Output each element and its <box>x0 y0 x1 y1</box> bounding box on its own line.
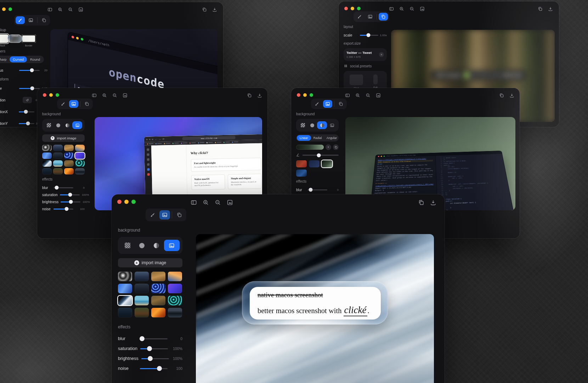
bookmark-item[interactable] <box>215 142 221 143</box>
tab-gradient[interactable] <box>149 240 163 251</box>
bookmark-item[interactable] <box>232 141 238 143</box>
wallpaper-thumb-autumn[interactable] <box>151 296 165 305</box>
wallpaper-thumb-night[interactable] <box>53 145 63 151</box>
minimize-button[interactable] <box>49 93 53 97</box>
zoom-in-icon[interactable] <box>101 92 107 98</box>
image-tool-icon[interactable] <box>323 100 332 108</box>
wallpaper-thumb-beach[interactable] <box>135 296 149 305</box>
tab-solid-color[interactable] <box>308 121 316 129</box>
zoom-button[interactable] <box>56 93 59 97</box>
image-tool-icon[interactable] <box>69 100 78 108</box>
wallpaper-thumb-darkland[interactable] <box>135 284 149 293</box>
export-frame-icon[interactable] <box>419 6 425 12</box>
zoom-button[interactable] <box>131 200 136 204</box>
preset-full[interactable]: Full <box>366 74 385 89</box>
wallpaper-thumb-poppy[interactable] <box>151 308 165 317</box>
copy-icon[interactable] <box>537 6 543 12</box>
terminal-zoom-button[interactable] <box>81 38 83 41</box>
export-frame-icon[interactable] <box>78 6 84 12</box>
sidebar-toggle-icon[interactable] <box>47 6 53 12</box>
tab-image[interactable] <box>164 240 180 251</box>
image-tool-icon[interactable] <box>159 210 170 220</box>
wallpaper-thumb-forest[interactable] <box>53 168 63 174</box>
minimize-button[interactable] <box>303 93 307 97</box>
back-icon[interactable]: ← <box>155 138 157 140</box>
tab-solid-color[interactable] <box>54 121 62 129</box>
brush-tool-icon[interactable] <box>355 13 364 21</box>
radius-slider[interactable] <box>19 70 40 71</box>
saturation-slider[interactable] <box>140 348 168 349</box>
wallpaper-thumb-smoke[interactable] <box>42 145 52 151</box>
wallpaper-thumb-water[interactable] <box>118 308 132 317</box>
wallpaper-thumb-airblue[interactable] <box>64 152 74 159</box>
bookmark-item[interactable] <box>164 143 170 144</box>
zoom-out-icon[interactable] <box>409 6 415 12</box>
copy-tool-icon[interactable] <box>379 13 388 21</box>
url-bar[interactable]: www.clické.com <box>182 136 236 140</box>
blur-slider[interactable] <box>140 338 168 339</box>
wallpaper-thumb-darkland[interactable] <box>53 152 63 159</box>
reload-icon[interactable]: ⟳ <box>163 138 165 140</box>
export-frame-icon[interactable] <box>122 92 128 98</box>
sidebar-toggle-icon[interactable] <box>190 199 197 206</box>
wallpaper-thumb-water[interactable] <box>42 168 52 174</box>
tab-solid-color[interactable] <box>135 240 149 251</box>
export-scale-slider[interactable] <box>360 35 378 36</box>
rotation-x-slider[interactable] <box>19 111 34 112</box>
copy-tool-icon[interactable] <box>174 210 185 220</box>
tab-gradient[interactable] <box>63 121 72 129</box>
terminal-close-button[interactable] <box>72 35 74 39</box>
bookmark-item[interactable] <box>198 142 204 143</box>
zoom-out-icon[interactable] <box>365 92 371 98</box>
gradient-preview-bar[interactable] <box>296 145 324 150</box>
noise-slider[interactable] <box>53 209 73 210</box>
wallpaper-thumb-beach[interactable] <box>53 160 63 167</box>
minimize-button[interactable] <box>124 200 129 204</box>
bookmark-item[interactable] <box>181 143 187 144</box>
tab-image[interactable] <box>328 121 336 129</box>
gradient-angular[interactable]: Angular <box>324 135 339 141</box>
wallpaper-thumb-airblue[interactable] <box>151 284 165 293</box>
corner-round[interactable]: Round <box>27 56 43 62</box>
download-icon[interactable] <box>256 92 262 98</box>
close-button[interactable] <box>117 200 121 204</box>
close-button[interactable] <box>43 93 46 97</box>
tab-transparent[interactable] <box>299 121 307 129</box>
bookmark-item[interactable] <box>207 142 213 143</box>
wallpaper-thumb-desert[interactable] <box>151 272 165 281</box>
wallpaper-thumb-violet[interactable] <box>168 284 182 293</box>
wallpaper-thumb-forest[interactable] <box>135 308 149 317</box>
tab-image[interactable] <box>72 121 82 129</box>
copy-tool-icon[interactable] <box>82 100 91 108</box>
gradient-angle-slider[interactable] <box>303 155 339 156</box>
zoom-button[interactable] <box>357 7 361 10</box>
gradient-linear[interactable]: Linear <box>297 135 311 141</box>
brush-tool-icon[interactable] <box>16 16 25 24</box>
bookmark-item[interactable] <box>224 141 230 143</box>
download-icon[interactable] <box>211 6 217 12</box>
wallpaper-thumb-knit[interactable] <box>168 296 182 305</box>
saturation-slider[interactable] <box>60 194 80 195</box>
zoom-in-icon[interactable] <box>355 92 361 98</box>
wallpaper-thumb-wave[interactable] <box>42 152 52 159</box>
copy-icon[interactable] <box>418 199 425 206</box>
minimize-button[interactable] <box>351 7 354 10</box>
brightness-slider[interactable] <box>141 358 169 359</box>
wallpaper-thumb-knit[interactable] <box>75 160 85 167</box>
close-button[interactable] <box>344 7 348 10</box>
swatch-sage[interactable] <box>322 160 332 167</box>
wallpaper-thumb-poppy[interactable] <box>64 168 74 174</box>
zoom-in-icon[interactable] <box>202 199 209 206</box>
swatch-navy[interactable] <box>309 160 320 167</box>
wallpaper-thumb-sunset[interactable] <box>75 145 85 151</box>
bookmark-item[interactable] <box>147 143 153 144</box>
image-tool-icon[interactable] <box>26 16 35 24</box>
swatch-ocean[interactable] <box>296 170 307 177</box>
sidebar-toggle-icon[interactable] <box>91 92 97 98</box>
blur-slider[interactable] <box>53 187 73 188</box>
wallpaper-thumb-smoke[interactable] <box>118 272 132 281</box>
copy-icon[interactable] <box>201 6 207 12</box>
active-preset-card[interactable]: Twitter — Tweet 1 200 × 675 × <box>344 48 387 61</box>
wallpaper-thumb-violet[interactable] <box>75 152 85 159</box>
sidebar-toggle-icon[interactable] <box>344 92 350 98</box>
